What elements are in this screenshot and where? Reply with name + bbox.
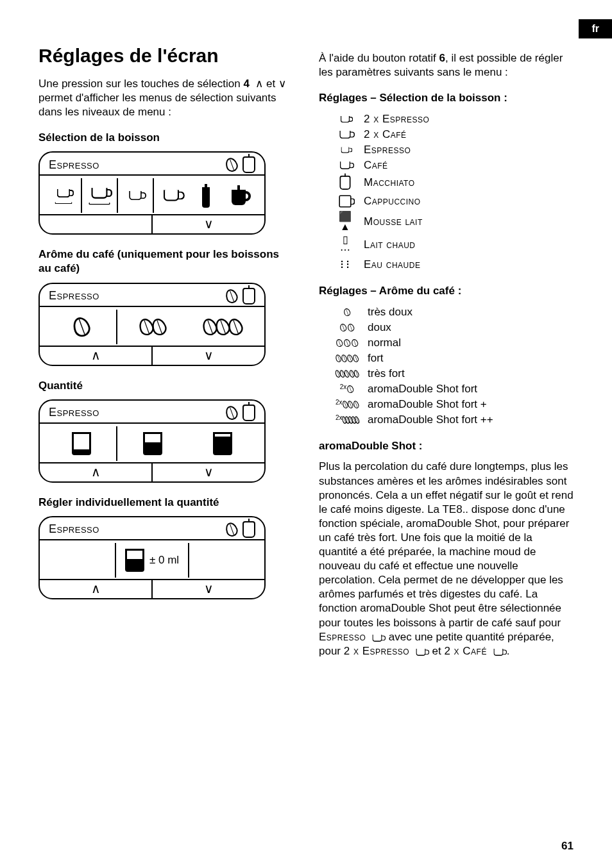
strength-icon-5 xyxy=(336,369,359,378)
strength-icon-6: 2x xyxy=(336,385,359,394)
strength-label: doux xyxy=(368,321,391,334)
screen-drink: Espresso xyxy=(38,151,266,235)
arrow-down-icon: ∨ xyxy=(278,78,289,90)
key-4: 4 xyxy=(243,78,249,90)
2x-espresso-icon xyxy=(416,649,425,656)
drink-label: Macchiato xyxy=(364,176,415,189)
left-column: Réglages de l'écran Une pression sur les… xyxy=(38,32,293,658)
ml-label: ± 0 ml xyxy=(149,554,179,567)
drink-label: Mousse lait xyxy=(364,215,423,228)
strength-icon-4 xyxy=(336,354,359,363)
section-strength: Réglages – Arôme du café : xyxy=(319,284,574,298)
aroma-3-bean-icon xyxy=(188,310,258,344)
ads-espresso: Espresso xyxy=(319,631,366,643)
qty-low-icon xyxy=(46,426,117,461)
drinks-list: 2 x Espresso 2 x Café Espresso Café Macc… xyxy=(319,112,574,272)
ads-a: Plus la percolation du café dure longtem… xyxy=(319,460,574,628)
strength-icon-2 xyxy=(336,323,359,332)
list-item: 2 x Café xyxy=(319,127,574,142)
intro-6: 6 xyxy=(439,52,445,64)
ads-head: aromaDouble Shot : xyxy=(319,439,574,453)
section-drink-select: Sélection de la boisson xyxy=(38,131,293,145)
list-item: doux xyxy=(319,320,574,335)
page-number: 61 xyxy=(561,840,574,853)
strength-label: normal xyxy=(368,337,401,349)
intro-text-c: permet d'afficher les menus de sélection… xyxy=(38,92,276,118)
nav-up[interactable] xyxy=(40,347,151,365)
aroma-1-bean-icon xyxy=(46,310,117,344)
list-item: 2x aromaDouble Shot fort ++ xyxy=(319,412,574,428)
header-icons xyxy=(226,156,255,173)
espresso-icon xyxy=(372,635,382,642)
espresso-icon xyxy=(336,145,355,155)
drink-label: Espresso xyxy=(364,144,411,156)
right-intro: À l'aide du bouton rotatif 6, il est pos… xyxy=(319,51,574,79)
drink-label: 2 x Espresso xyxy=(364,113,429,126)
nav-down[interactable] xyxy=(151,215,264,233)
bean-icon xyxy=(224,287,239,305)
ads-2xcafe: 2 x Café xyxy=(444,645,487,657)
page-title: Réglages de l'écran xyxy=(38,45,293,67)
section-drinks-list: Réglages – Sélection de la boisson : xyxy=(319,91,574,105)
list-item: ⫶⫶ Eau chaude xyxy=(319,256,574,272)
2x-cafe-icon xyxy=(493,649,503,656)
drink-label: Cappuccino xyxy=(364,195,421,208)
section-aroma: Arôme du café (uniquement pour les boiss… xyxy=(38,247,293,276)
list-item: ⬛▲ Mousse lait xyxy=(319,210,574,233)
intro-text-a: Une pression sur les touches de sélectio… xyxy=(38,78,243,90)
screen-title: Espresso xyxy=(49,158,99,172)
nav-up[interactable] xyxy=(40,580,151,598)
strength-label: très fort xyxy=(368,367,405,380)
strength-label: très doux xyxy=(368,306,412,319)
list-item: fort xyxy=(319,351,574,366)
strength-list: très doux doux normal fort très fort xyxy=(319,305,574,428)
ads-c: et xyxy=(429,645,445,657)
section-qty: Quantité xyxy=(38,379,293,393)
nav-down[interactable] xyxy=(151,580,264,598)
drink-macchiato-icon xyxy=(189,178,223,213)
list-item: très doux xyxy=(319,305,574,320)
list-item: 2x aromaDouble Shot fort + xyxy=(319,397,574,412)
2x-cafe-icon xyxy=(336,129,355,140)
ads-body: Plus la percolation du café dure longtem… xyxy=(319,460,574,658)
bean-icon xyxy=(224,156,239,174)
milk-foam-icon: ⬛▲ xyxy=(336,212,355,232)
strength-label: aromaDouble Shot fort + xyxy=(368,398,487,411)
drink-label: Eau chaude xyxy=(364,258,420,271)
aroma-2-bean-icon xyxy=(117,310,187,344)
glass-icon xyxy=(242,156,255,173)
bean-icon xyxy=(224,404,239,421)
strength-label: aromaDouble Shot fort xyxy=(368,383,477,396)
header-icons xyxy=(226,521,255,538)
qty-mid-icon xyxy=(117,426,187,461)
screen-title: Espresso xyxy=(49,406,99,419)
drink-2x-cafe-icon xyxy=(82,178,118,213)
ads-2xesp: 2 x Espresso xyxy=(344,645,409,657)
2x-espresso-icon xyxy=(336,114,355,124)
list-item: Café xyxy=(319,158,574,173)
screen-title: Espresso xyxy=(49,289,99,303)
screen-qty: Espresso xyxy=(38,399,266,483)
hot-water-icon: ⫶⫶ xyxy=(336,258,355,271)
drink-espresso-icon xyxy=(118,178,154,213)
screen-indiv: Espresso ± 0 ml xyxy=(38,516,266,599)
list-item: 2x aromaDouble Shot fort xyxy=(319,381,574,397)
strength-label: fort xyxy=(368,352,384,365)
arrow-up-icon: ∧ xyxy=(253,78,264,90)
section-indiv: Régler individuellement la quantité xyxy=(38,496,293,510)
strength-icon-7: 2x xyxy=(336,400,359,409)
list-item: normal xyxy=(319,335,574,351)
screen-aroma: Espresso xyxy=(38,283,266,366)
spacer xyxy=(189,543,258,578)
nav-up[interactable] xyxy=(40,463,151,481)
hot-milk-icon: ▯⋯ xyxy=(336,235,355,255)
nav-down[interactable] xyxy=(151,347,264,365)
intro-text-b: et xyxy=(263,78,278,90)
bean-icon xyxy=(224,521,239,538)
macchiato-icon xyxy=(336,174,355,191)
strength-icon-8: 2x xyxy=(336,415,359,424)
cafe-icon xyxy=(336,160,355,171)
nav-down[interactable] xyxy=(151,463,264,481)
page: fr Réglages de l'écran Une pression sur … xyxy=(0,0,612,868)
drink-cappuccino-icon xyxy=(223,178,258,213)
